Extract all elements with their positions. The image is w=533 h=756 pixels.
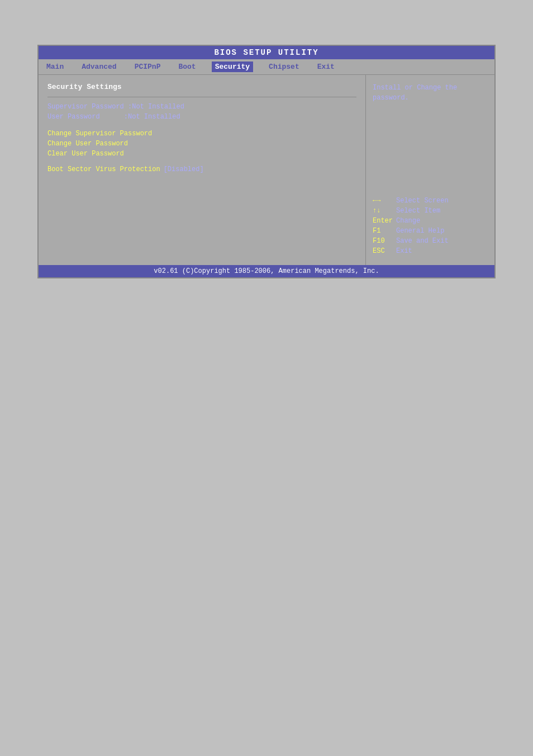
menu-item-pcipnp[interactable]: PCIPnP	[132, 62, 163, 72]
key-desc-save-exit: Save and Exit	[396, 237, 449, 245]
bios-window: BIOS SETUP UTILITY Main Advanced PCIPnP …	[37, 45, 496, 278]
section-title: Security Settings	[47, 83, 356, 91]
menu-item-exit[interactable]: Exit	[315, 62, 337, 72]
bios-title: BIOS SETUP UTILITY	[214, 48, 318, 57]
change-user-password[interactable]: Change User Password	[47, 140, 356, 148]
boot-protection-label: Boot Sector Virus Protection	[47, 166, 160, 173]
key-row-select-item: ↑↓ Select Item	[373, 207, 488, 215]
key-row-esc: ESC Exit	[373, 247, 488, 255]
key-f10: F10	[373, 237, 393, 245]
keys-section: ←→ Select Screen ↑↓ Select Item Enter Ch…	[373, 197, 488, 257]
menu-item-advanced[interactable]: Advanced	[79, 62, 118, 72]
menu-item-security[interactable]: Security	[212, 62, 253, 72]
menu-item-main[interactable]: Main	[44, 62, 66, 72]
clear-user-password[interactable]: Clear User Password	[47, 150, 356, 158]
footer-text: v02.61 (C)Copyright 1985-2006, American …	[154, 267, 379, 275]
menu-bar: Main Advanced PCIPnP Boot Security Chips…	[39, 59, 494, 75]
key-desc-change: Change	[396, 217, 420, 225]
boot-protection-row: Boot Sector Virus Protection [Disabled]	[47, 166, 356, 173]
key-f1: F1	[373, 227, 393, 235]
left-panel: Security Settings Supervisor Password :N…	[39, 75, 366, 265]
user-password-value: :Not Installed	[124, 113, 180, 121]
key-desc-exit: Exit	[396, 247, 412, 255]
key-arrows-ud: ↑↓	[373, 207, 393, 215]
content-area: Security Settings Supervisor Password :N…	[39, 75, 494, 265]
user-password-label: User Password	[47, 113, 100, 121]
key-row-f10: F10 Save and Exit	[373, 237, 488, 245]
key-desc-select-item: Select Item	[396, 207, 440, 215]
key-row-select-screen: ←→ Select Screen	[373, 197, 488, 205]
menu-item-chipset[interactable]: Chipset	[266, 62, 302, 72]
help-text: Install or Change the password.	[373, 83, 488, 103]
key-esc: ESC	[373, 247, 393, 255]
menu-item-boot[interactable]: Boot	[176, 62, 198, 72]
key-desc-general-help: General Help	[396, 227, 444, 235]
key-enter: Enter	[373, 217, 393, 225]
supervisor-password-value: :Not Installed	[128, 103, 184, 111]
user-password-row: User Password :Not Installed	[47, 113, 356, 121]
key-desc-select-screen: Select Screen	[396, 197, 449, 205]
divider	[47, 97, 356, 97]
bios-title-bar: BIOS SETUP UTILITY	[39, 46, 494, 59]
key-row-f1: F1 General Help	[373, 227, 488, 235]
change-supervisor-password[interactable]: Change Supervisor Password	[47, 130, 356, 138]
key-row-enter: Enter Change	[373, 217, 488, 225]
boot-protection-value[interactable]: [Disabled]	[164, 166, 204, 173]
supervisor-password-label: Supervisor Password	[47, 103, 124, 111]
right-panel: Install or Change the password. ←→ Selec…	[366, 75, 494, 265]
supervisor-password-row: Supervisor Password :Not Installed	[47, 103, 356, 111]
footer-bar: v02.61 (C)Copyright 1985-2006, American …	[39, 265, 494, 277]
key-arrows-lr: ←→	[373, 197, 393, 205]
